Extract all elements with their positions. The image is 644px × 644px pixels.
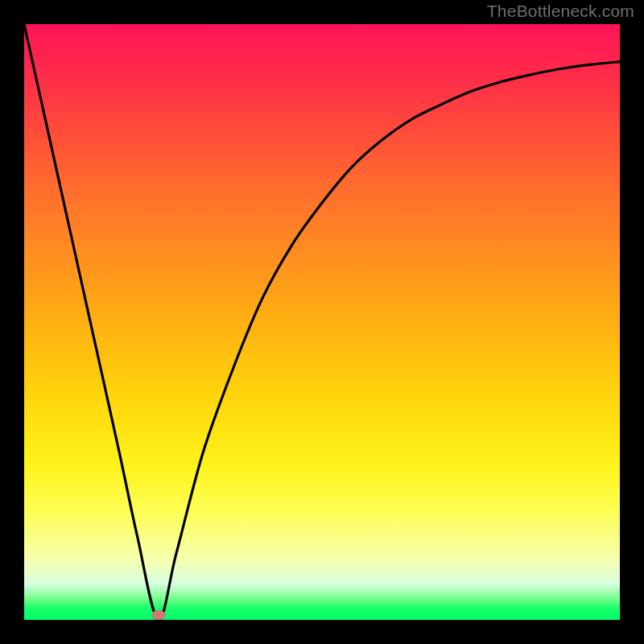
- chart-frame: TheBottleneck.com: [0, 0, 644, 644]
- plot-area: [24, 24, 620, 620]
- bottleneck-curve: [24, 24, 620, 620]
- watermark-text: TheBottleneck.com: [487, 2, 634, 21]
- optimum-marker: [151, 610, 165, 620]
- curve-svg: [24, 24, 620, 620]
